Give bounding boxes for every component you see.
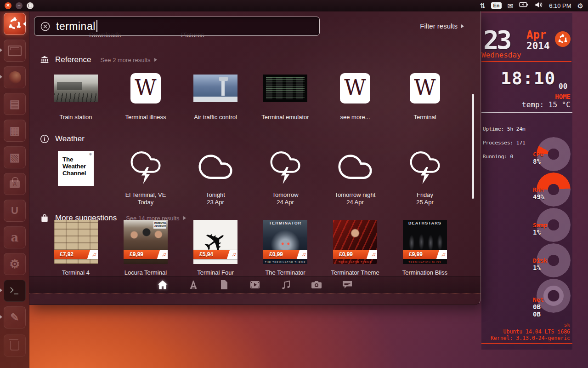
result-terminal-emulator[interactable]: Terminal emulator <box>250 67 320 121</box>
cloud-icon <box>196 150 235 187</box>
result-weather-tomorrow-night[interactable]: Tomorrow night24 Apr <box>320 146 390 206</box>
dash-scrollbar[interactable] <box>472 94 474 199</box>
result-the-terminator[interactable]: TERMINATOR THE TERMINATOR THEME £0,99♫ T… <box>250 219 320 276</box>
search-text: terminal <box>56 20 96 33</box>
price-ribbon: £0,99♫ <box>333 250 377 259</box>
lens-bar <box>29 276 481 293</box>
storm-cloud-icon <box>266 150 305 187</box>
ubuntu-logo-icon <box>555 31 571 47</box>
lens-social[interactable] <box>340 279 354 291</box>
speech-bubble-icon <box>342 280 353 289</box>
launcher-item-libreoffice-writer[interactable]: ▤ <box>4 93 26 115</box>
lens-videos[interactable] <box>248 279 262 291</box>
conky-gauge-ram: RAM49% <box>481 172 572 208</box>
launcher-item-ubuntu-one[interactable]: U <box>4 200 26 222</box>
terminal-icon <box>8 286 22 296</box>
reference-results-row: Train station W Terminal illness Air tra… <box>41 67 460 121</box>
running-app-pip <box>0 48 2 52</box>
calc-icon: ▦ <box>10 124 20 137</box>
filter-results-toggle[interactable]: Filter results <box>420 22 464 30</box>
launcher-item-software-center[interactable] <box>4 173 26 195</box>
launcher-item-terminal[interactable] <box>4 280 26 302</box>
result-see-more[interactable]: W see more... <box>320 67 390 121</box>
conky-year: 2014 <box>526 40 550 52</box>
album-cover: PARENTAL ADVISORY £9,99♫ <box>124 220 168 264</box>
expander-arrow-icon <box>461 24 464 28</box>
battery-indicator-icon[interactable] <box>519 1 529 10</box>
result-terminal-four[interactable]: ✈ £5,94♫ Terminal Four <box>181 219 250 276</box>
home-icon <box>157 280 168 290</box>
launcher-item-trash[interactable] <box>4 334 26 356</box>
result-train-station[interactable]: Train station <box>41 67 111 121</box>
result-weather-channel[interactable]: The Weather Channel ® <box>41 146 111 206</box>
conky-user: sk <box>564 322 570 328</box>
result-weather-friday[interactable]: Friday25 Apr <box>390 146 460 206</box>
lens-files[interactable] <box>217 279 231 291</box>
window-controls: ✕ – <box>5 2 34 9</box>
result-terminal-4[interactable]: £7,92♫ Terminal 4 <box>41 219 111 276</box>
music-note-icon <box>281 280 291 290</box>
cloud-icon <box>335 150 375 187</box>
result-weather-today[interactable]: El Terminal, VEToday <box>111 146 181 206</box>
result-weather-tonight[interactable]: Tonight23 Apr <box>181 146 250 206</box>
launcher-item-firefox[interactable] <box>4 66 26 88</box>
see-more-results-link[interactable]: See 2 more results <box>100 57 157 63</box>
lens-music[interactable] <box>279 279 293 291</box>
files-icon <box>8 46 22 56</box>
result-terminal-illness[interactable]: W Terminal illness <box>111 67 181 121</box>
launcher-item-dash-home[interactable] <box>4 13 26 35</box>
launcher-item-files[interactable] <box>4 40 26 62</box>
launcher-item-libreoffice-impress[interactable]: ▧ <box>4 146 26 168</box>
clear-search-icon[interactable] <box>40 22 50 31</box>
search-input[interactable]: terminal <box>34 17 320 36</box>
divider <box>481 343 572 344</box>
messaging-menu-icon[interactable]: ✉ <box>508 2 514 9</box>
music-note-icon: ♫ <box>367 250 377 259</box>
firefox-icon <box>9 71 21 84</box>
pencil-icon: ✎ <box>10 311 19 324</box>
desktop: ✕ – ⇅ En ✉ 6:10 PM ⚙ ▤ ▦ ▧ <box>0 0 588 368</box>
lens-applications[interactable] <box>187 279 200 291</box>
ubuntu-logo-icon <box>8 17 22 31</box>
conky-seconds: 00 <box>559 82 567 91</box>
music-note-icon: ♫ <box>227 250 237 259</box>
ubuntu-one-icon: U <box>11 205 18 217</box>
wikipedia-icon: W <box>410 73 440 104</box>
album-cover: DEATHSTARS TERMINATION BLISS £9,99♫ <box>403 220 447 264</box>
writer-icon: ▤ <box>10 98 20 110</box>
launcher-item-libreoffice-calc[interactable]: ▦ <box>4 120 26 142</box>
result-locura-terminal[interactable]: PARENTAL ADVISORY £9,99♫ Locura Terminal <box>111 219 181 276</box>
text-caret <box>96 20 97 32</box>
launcher-item-amazon[interactable]: a <box>4 226 26 248</box>
sound-indicator-icon[interactable] <box>535 1 543 10</box>
minimize-button[interactable]: – <box>16 2 23 9</box>
close-button[interactable]: ✕ <box>5 2 11 9</box>
system-tray: ⇅ En ✉ 6:10 PM ⚙ <box>480 1 583 10</box>
result-termination-bliss[interactable]: DEATHSTARS TERMINATION BLISS £9,99♫ Term… <box>390 219 460 276</box>
lens-home[interactable] <box>156 279 170 291</box>
conky-gauge-disk: Disk1% <box>481 243 572 279</box>
result-terminal[interactable]: W Terminal <box>390 67 460 121</box>
network-indicator-icon[interactable]: ⇅ <box>480 2 486 9</box>
category-title: Reference <box>55 55 91 64</box>
price-ribbon: £7,92♫ <box>54 250 98 259</box>
impress-icon: ▧ <box>10 151 20 164</box>
maximize-button[interactable] <box>27 2 34 9</box>
result-air-traffic-control[interactable]: Air traffic control <box>181 67 250 121</box>
launcher-item-text-editor[interactable]: ✎ <box>4 306 26 328</box>
lens-photos[interactable] <box>310 279 323 291</box>
clock-indicator[interactable]: 6:10 PM <box>549 2 571 9</box>
amazon-icon: a <box>11 230 19 244</box>
result-weather-tomorrow[interactable]: Tomorrow24 Apr <box>250 146 320 206</box>
keyboard-layout-indicator[interactable]: En <box>491 2 501 9</box>
album-cover: ✈ £5,94♫ <box>193 220 237 264</box>
reference-category-icon <box>40 55 50 64</box>
music-note-icon: ♫ <box>87 250 98 259</box>
launcher-item-system-settings[interactable]: ⚙ <box>4 253 26 275</box>
top-panel: ✕ – ⇅ En ✉ 6:10 PM ⚙ <box>0 0 588 11</box>
result-terminator-theme[interactable]: TERMINATOR THEME £0,99♫ Terminator Theme <box>320 219 390 276</box>
session-menu-icon[interactable]: ⚙ <box>577 2 583 9</box>
conky-gauge-swap: Swap1% <box>481 208 572 244</box>
train-photo-thumbnail <box>54 75 98 102</box>
music-note-icon: ♫ <box>436 250 447 259</box>
